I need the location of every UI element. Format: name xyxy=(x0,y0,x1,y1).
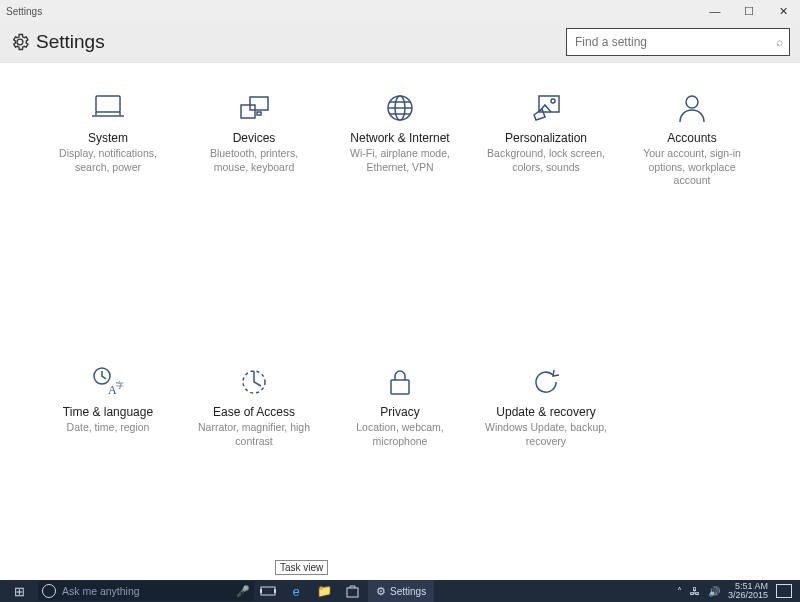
tile-accounts[interactable]: Accounts Your account, sign-in options, … xyxy=(622,91,762,319)
tile-title: Devices xyxy=(233,131,276,145)
clock[interactable]: 5:51 AM 3/26/2015 xyxy=(724,582,772,600)
tile-privacy[interactable]: Privacy Location, webcam, microphone xyxy=(330,365,470,580)
tile-desc: Display, notifications, search, power xyxy=(38,147,178,174)
tile-time-language[interactable]: A字 Time & language Date, time, region xyxy=(38,365,178,580)
search-box[interactable]: ⌕ xyxy=(566,28,790,56)
tile-title: Update & recovery xyxy=(496,405,595,419)
minimize-button[interactable]: — xyxy=(698,0,732,22)
tile-desc: Background, lock screen, colors, sounds xyxy=(476,147,616,174)
globe-icon xyxy=(380,91,420,125)
maximize-button[interactable]: ☐ xyxy=(732,0,766,22)
refresh-icon xyxy=(526,365,566,399)
lock-icon xyxy=(380,365,420,399)
settings-taskbar-button[interactable]: ⚙ Settings xyxy=(368,580,434,602)
personalization-icon xyxy=(526,91,566,125)
tile-desc: Windows Update, backup, recovery xyxy=(476,421,616,448)
titlebar: Settings — ☐ ✕ xyxy=(0,0,800,22)
cortana-search[interactable]: Ask me anything 🎤 xyxy=(38,581,254,601)
time-language-icon: A字 xyxy=(88,365,128,399)
cortana-icon xyxy=(42,584,56,598)
explorer-button[interactable]: 📁 xyxy=(310,584,338,598)
store-button[interactable] xyxy=(338,585,366,598)
tile-title: Privacy xyxy=(380,405,419,419)
app-name: Settings xyxy=(6,6,42,17)
svg-text:字: 字 xyxy=(116,381,124,390)
mic-icon: 🎤 xyxy=(236,585,250,598)
page-title: Settings xyxy=(36,31,105,53)
person-icon xyxy=(672,91,712,125)
gear-icon: ⚙ xyxy=(376,585,386,598)
svg-rect-15 xyxy=(260,589,262,593)
tile-ease-of-access[interactable]: Ease of Access Narrator, magnifier, high… xyxy=(184,365,324,580)
svg-rect-14 xyxy=(261,587,275,595)
tile-update-recovery[interactable]: Update & recovery Windows Update, backup… xyxy=(476,365,616,580)
svg-rect-2 xyxy=(241,105,255,118)
settings-window: Settings — ☐ ✕ Settings ⌕ System Display… xyxy=(0,0,800,580)
svg-rect-17 xyxy=(347,588,358,597)
tile-devices[interactable]: Devices Bluetooth, printers, mouse, keyb… xyxy=(184,91,324,319)
tile-network[interactable]: Network & Internet Wi-Fi, airplane mode,… xyxy=(330,91,470,319)
tile-personalization[interactable]: Personalization Background, lock screen,… xyxy=(476,91,616,319)
tile-title: Time & language xyxy=(63,405,153,419)
cortana-placeholder: Ask me anything xyxy=(62,585,236,597)
tile-desc: Your account, sign-in options, workplace… xyxy=(622,147,762,188)
close-button[interactable]: ✕ xyxy=(766,0,800,22)
taskview-tooltip: Task view xyxy=(275,560,328,575)
tile-title: Ease of Access xyxy=(213,405,295,419)
taskbar-app-label: Settings xyxy=(390,586,426,597)
volume-tray-icon[interactable]: 🔊 xyxy=(704,586,724,597)
svg-rect-13 xyxy=(391,380,409,394)
taskview-button[interactable] xyxy=(254,585,282,597)
tile-desc: Narrator, magnifier, high contrast xyxy=(184,421,324,448)
ie-button[interactable]: e xyxy=(282,584,310,599)
action-center-icon[interactable] xyxy=(776,584,792,598)
svg-rect-1 xyxy=(250,97,268,110)
header-bar: Settings ⌕ xyxy=(0,22,800,63)
tile-desc: Location, webcam, microphone xyxy=(330,421,470,448)
tile-title: System xyxy=(88,131,128,145)
tile-title: Personalization xyxy=(505,131,587,145)
tile-system[interactable]: System Display, notifications, search, p… xyxy=(38,91,178,319)
tile-title: Accounts xyxy=(667,131,716,145)
tile-desc: Bluetooth, printers, mouse, keyboard xyxy=(184,147,324,174)
tray-chevron-icon[interactable]: ˄ xyxy=(673,586,686,597)
search-input[interactable] xyxy=(573,34,776,50)
svg-point-7 xyxy=(551,99,555,103)
gear-icon xyxy=(10,32,30,52)
content-area: System Display, notifications, search, p… xyxy=(0,63,800,580)
tile-desc: Wi-Fi, airplane mode, Ethernet, VPN xyxy=(330,147,470,174)
ease-of-access-icon xyxy=(234,365,274,399)
svg-rect-3 xyxy=(257,112,261,115)
taskbar: ⊞ Ask me anything 🎤 e 📁 ⚙ Settings ˄ 🖧 🔊… xyxy=(0,580,800,602)
devices-icon xyxy=(234,91,274,125)
svg-point-8 xyxy=(686,96,698,108)
svg-rect-0 xyxy=(96,96,120,112)
network-tray-icon[interactable]: 🖧 xyxy=(686,586,704,597)
svg-rect-16 xyxy=(274,589,276,593)
system-tray: ˄ 🖧 🔊 5:51 AM 3/26/2015 xyxy=(673,582,800,600)
tile-desc: Date, time, region xyxy=(59,421,158,435)
clock-date: 3/26/2015 xyxy=(728,591,768,600)
start-button[interactable]: ⊞ xyxy=(0,580,38,602)
search-icon: ⌕ xyxy=(776,35,783,49)
tile-grid: System Display, notifications, search, p… xyxy=(38,91,762,580)
tile-title: Network & Internet xyxy=(350,131,449,145)
laptop-icon xyxy=(88,91,128,125)
